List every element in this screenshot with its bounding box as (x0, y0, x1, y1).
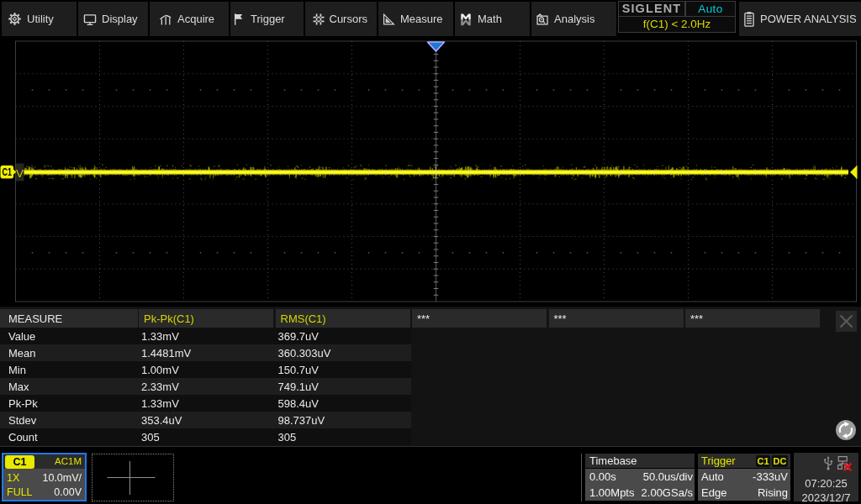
measure-panel: MEASUREPk-Pk(C1)RMS(C1)*********Value1.3… (0, 307, 861, 447)
measure-column-header: RMS(C1) (276, 309, 410, 328)
measure-value: 369.7uV (278, 330, 415, 343)
measure-column-header: *** (549, 309, 684, 328)
measure-row-label: Count (0, 431, 141, 444)
measure-row-label: Max (0, 381, 141, 393)
timebase-box[interactable]: Timebase0.00s50.0us/div1.00Mpts2.00GSa/s (585, 454, 695, 501)
sample-rate: 2.00GSa/s (642, 486, 693, 499)
trigger-title: Trigger (701, 454, 736, 467)
measure-row-mean: Mean1.4481mV360.303uV (0, 344, 411, 361)
measure-row-value: Value1.33mV369.7uV (0, 328, 411, 344)
measure-row-min: Min1.00mV150.7uV (0, 361, 411, 378)
trigger-level-marker[interactable] (850, 165, 858, 180)
trigger-slope: Rising (758, 486, 788, 499)
measure-value: 98.737uV (278, 414, 415, 427)
timebase-title: Timebase (589, 454, 637, 467)
measure-value: 1.00mV (141, 364, 278, 376)
bandwidth-limit: FULL (7, 486, 33, 498)
channel-coupling: AC1M (55, 456, 82, 466)
channel1-badge: C1 (5, 455, 34, 469)
channel1-trace (17, 165, 848, 181)
measure-value: 1.33mV (141, 330, 278, 343)
measure-value: 305 (278, 431, 415, 444)
close-button[interactable] (836, 311, 857, 332)
measure-column-header: *** (685, 309, 820, 328)
lan-disconnected-icon (837, 456, 853, 474)
channel1-box[interactable]: C1AC1M1X10.0mV/FULL0.00V (2, 453, 87, 501)
trigger-coupling-chip: DC (772, 455, 788, 467)
add-channel-slot[interactable] (92, 454, 174, 501)
measure-row-label: Min (0, 364, 141, 376)
measure-row-count: Count305305 (0, 428, 411, 445)
close-icon (839, 314, 853, 328)
measure-row-label: Value (0, 330, 141, 343)
statusbar-divider (581, 454, 582, 501)
status-bar: C1AC1M1X10.0mV/FULL0.00VTimebase0.00s50.… (0, 447, 861, 504)
datetime-box: 07:20:252023/12/7 (794, 453, 858, 501)
timebase-delay: 0.00s (589, 470, 616, 483)
refresh-statistics-button[interactable] (835, 419, 857, 441)
measure-row-label: Stdev (0, 414, 141, 427)
clock-date: 2023/12/7 (794, 491, 858, 504)
measure-value: 360.303uV (278, 347, 415, 360)
memory-depth: 1.00Mpts (589, 486, 634, 499)
measure-row-stdev: Stdev353.4uV98.737uV (0, 412, 411, 428)
timebase-scale: 50.0us/div (643, 470, 693, 483)
svg-text:V: V (16, 167, 24, 180)
plus-icon (92, 454, 173, 501)
vertical-offset: 0.00V (54, 486, 82, 498)
measure-value: 1.33mV (141, 397, 278, 410)
measure-value: 749.1uV (278, 381, 415, 393)
measure-column-header: Pk-Pk(C1) (139, 309, 273, 328)
channel-unit-marker: V (16, 164, 24, 181)
trigger-mode: Auto (701, 470, 724, 483)
measure-row-label: Mean (0, 347, 141, 360)
measure-value: 353.4uV (141, 414, 278, 427)
measure-value: 305 (141, 431, 278, 444)
measure-value: 1.4481mV (141, 347, 278, 360)
trigger-position-marker[interactable] (428, 42, 445, 51)
measure-column-header: MEASURE (0, 309, 138, 328)
measure-value: 2.33mV (141, 381, 278, 393)
measure-column-header: *** (412, 309, 547, 328)
trigger-level: -333uV (753, 470, 788, 483)
measure-value: 598.4uV (278, 397, 415, 410)
channel-offset-marker[interactable]: C1 (1, 165, 17, 179)
vertical-scale: 10.0mV/ (42, 472, 82, 484)
trigger-source-chip: C1 (756, 455, 770, 467)
refresh-icon (835, 419, 857, 441)
oscilloscope-screen: UtilityDisplayAcquireTriggerCursorsMeasu… (0, 0, 861, 504)
measure-row-label: Pk-Pk (0, 397, 141, 410)
channel-marker-label: C1 (3, 166, 13, 178)
trigger-box[interactable]: TriggerC1DCAuto-333uVEdgeRising (698, 454, 790, 501)
clock-time: 07:20:25 (794, 477, 858, 491)
trigger-type: Edge (701, 486, 726, 499)
usb-icon (823, 456, 833, 473)
probe-attenuation: 1X (7, 472, 19, 484)
measure-row-pkpk: Pk-Pk1.33mV598.4uV (0, 395, 411, 412)
measure-row-max: Max2.33mV749.1uV (0, 378, 411, 395)
measure-value: 150.7uV (278, 364, 415, 376)
